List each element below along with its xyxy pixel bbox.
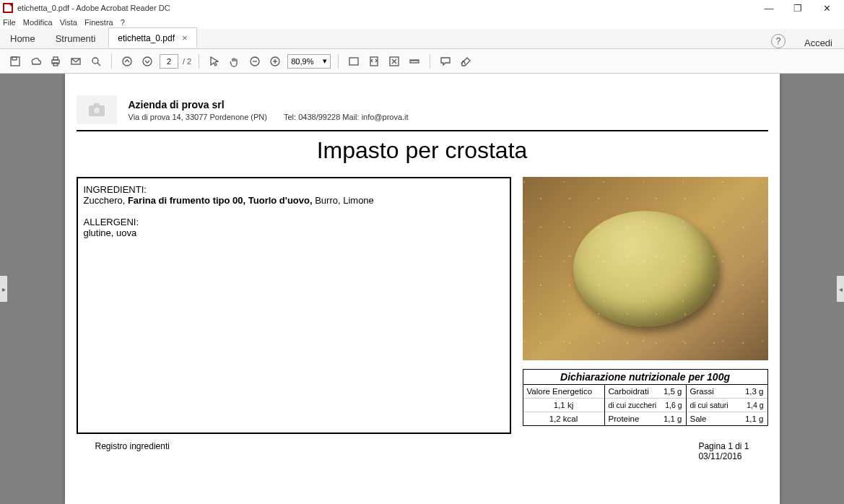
ingredients-line: Zucchero, Farina di frumento tipo 00, Tu… (84, 195, 504, 206)
product-image (523, 177, 768, 360)
zoom-in-icon[interactable] (267, 53, 283, 69)
sign-icon[interactable] (458, 53, 474, 69)
tab-close-icon[interactable]: × (182, 32, 188, 43)
fit-width-icon[interactable] (346, 53, 362, 69)
nutrition-header: Dichiarazione nutrizionale per 100g (523, 370, 767, 385)
nutrition-cell: di cui zuccheri1,6 g (605, 399, 686, 412)
svg-rect-3 (53, 57, 58, 60)
document-title: Impasto per crostata (77, 137, 768, 164)
tab-document-label: etichetta_0.pdf (118, 33, 175, 43)
page-up-icon[interactable] (119, 53, 135, 69)
allergens-label: ALLERGENI: (84, 217, 504, 227)
minimize-button[interactable]: — (754, 0, 783, 16)
ingredients-post: Burro, Limone (313, 195, 374, 206)
maximize-button[interactable]: ❐ (783, 0, 812, 16)
company-address: Via di prova 14, 33077 Pordenone (PN) (129, 113, 267, 121)
right-pane-handle[interactable]: ◂ (837, 276, 844, 302)
svg-point-6 (92, 58, 98, 64)
menu-modifica[interactable]: Modifica (23, 18, 53, 27)
zoom-out-icon[interactable] (247, 53, 263, 69)
nutrition-cell: 1,2 kcal (523, 412, 604, 425)
fullscreen-icon[interactable] (386, 53, 402, 69)
mail-icon[interactable] (68, 53, 84, 69)
nutrition-cell: di cui saturi1,4 g (687, 399, 767, 412)
menu-finestra[interactable]: Finestra (84, 18, 113, 27)
cursor-icon[interactable] (206, 53, 222, 69)
zoom-select[interactable]: 80,9%▾ (287, 54, 331, 69)
signin-button[interactable]: Accedi (793, 38, 844, 48)
ruler-icon[interactable] (406, 53, 422, 69)
nutrition-table: Dichiarazione nutrizionale per 100g Valo… (523, 369, 768, 426)
left-pane-handle[interactable]: ▸ (0, 276, 7, 302)
print-icon[interactable] (48, 53, 64, 69)
nutrition-cell: Proteine1,1 g (605, 412, 686, 425)
page-number-input[interactable] (160, 54, 178, 69)
svg-line-7 (97, 63, 100, 66)
close-window-button[interactable]: ✕ (812, 0, 841, 16)
ingredients-box: INGREDIENTI: Zucchero, Farina di frument… (77, 177, 511, 434)
ingredients-pre: Zucchero, (84, 195, 128, 206)
fit-page-icon[interactable] (366, 53, 382, 69)
page-total-label: / 2 (183, 57, 191, 66)
company-logo-placeholder (77, 95, 117, 124)
company-contact: Tel: 0438/99228 Mail: info@prova.it (284, 113, 409, 121)
nutrition-cell: Grassi1,3 g (687, 385, 767, 399)
footer-date: 03/11/2016 (698, 451, 749, 461)
svg-rect-4 (53, 63, 58, 66)
hand-icon[interactable] (227, 53, 243, 69)
nutrition-cell: Carboidrati1,5 g (605, 385, 686, 399)
pdf-page: Azienda di prova srl Via di prova 14, 33… (65, 74, 780, 504)
page-down-icon[interactable] (139, 53, 155, 69)
svg-point-9 (143, 57, 152, 66)
save-icon[interactable] (7, 53, 23, 69)
ingredients-bold: Farina di frumento tipo 00, Tuorlo d'uov… (128, 195, 313, 206)
svg-rect-1 (12, 57, 17, 60)
nutrition-cell: 1,1 kj (523, 399, 604, 412)
menu-help[interactable]: ? (121, 18, 125, 27)
footer-page: Pagina 1 di 1 (698, 441, 749, 451)
svg-point-8 (123, 57, 131, 66)
nutrition-cell: Sale1,1 g (687, 412, 767, 425)
cloud-icon[interactable] (27, 53, 43, 69)
nutrition-cell: Valore Energetico (523, 385, 604, 399)
tab-document[interactable]: etichetta_0.pdf × (108, 27, 196, 48)
ingredients-label: INGREDIENTI: (84, 184, 504, 195)
footer-left: Registro ingredienti (95, 441, 170, 461)
svg-point-26 (94, 108, 100, 113)
menu-file[interactable]: File (3, 18, 16, 27)
menu-vista[interactable]: Vista (60, 18, 77, 27)
allergens-line: glutine, uova (84, 227, 504, 238)
company-name: Azienda di prova srl (129, 99, 409, 110)
tab-home[interactable]: Home (0, 29, 45, 48)
tab-tools[interactable]: Strumenti (45, 29, 106, 48)
window-title: etichetta_0.pdf - Adobe Acrobat Reader D… (17, 4, 754, 12)
app-icon (3, 3, 13, 13)
chevron-down-icon: ▾ (323, 56, 327, 66)
search-icon[interactable] (88, 53, 104, 69)
help-icon[interactable]: ? (771, 34, 786, 48)
comment-icon[interactable] (438, 53, 453, 69)
svg-rect-25 (94, 103, 100, 107)
zoom-value: 80,9% (291, 57, 313, 66)
